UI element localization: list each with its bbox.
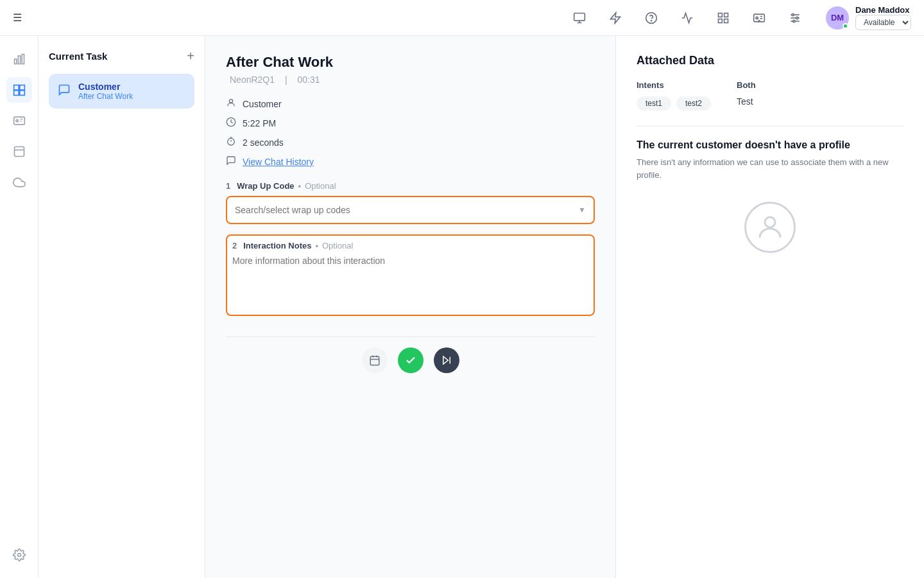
sidebar-item-window[interactable] <box>6 139 32 164</box>
no-profile-section: The current customer doesn't have a prof… <box>637 139 903 253</box>
wrap-up-input-wrapper[interactable]: ▼ <box>226 196 595 224</box>
task-item[interactable]: Customer After Chat Work <box>49 74 194 109</box>
chart-icon[interactable] <box>677 8 697 28</box>
add-task-button[interactable]: + <box>187 49 194 64</box>
svg-point-26 <box>17 554 21 557</box>
task-panel-title: Current Task <box>49 51 107 62</box>
svg-rect-7 <box>724 19 728 22</box>
svg-rect-6 <box>719 19 723 22</box>
wrap-up-section: 1 Wrap Up Code • Optional ▼ 2 Interactio… <box>226 181 595 316</box>
profile-avatar-placeholder <box>744 202 796 253</box>
sidebar-item-settings[interactable] <box>6 542 32 568</box>
clock-icon <box>226 117 236 130</box>
id-card-icon[interactable] <box>749 8 769 28</box>
svg-rect-4 <box>719 13 723 17</box>
view-chat-history-link[interactable]: View Chat History <box>243 157 314 167</box>
svg-rect-17 <box>18 56 20 64</box>
bookmark-button[interactable] <box>362 347 388 373</box>
svg-point-9 <box>756 17 758 19</box>
svg-rect-25 <box>14 147 24 157</box>
menu-icon[interactable]: ☰ <box>13 12 22 24</box>
task-panel-header: Current Task + <box>49 49 194 64</box>
svg-point-14 <box>796 17 798 19</box>
user-area: DM Dane Maddox Available Busy Away <box>826 5 911 30</box>
user-name: Dane Maddox Available Busy Away <box>855 5 911 30</box>
both-label: Both <box>737 80 756 90</box>
person-icon <box>226 98 236 110</box>
sidebar-item-tasks[interactable] <box>6 77 32 103</box>
svg-rect-21 <box>13 91 19 96</box>
task-name: Customer <box>78 82 133 92</box>
screen-icon[interactable] <box>569 8 590 28</box>
intent-tag-test1: test1 <box>637 96 671 110</box>
status-dot <box>843 23 848 29</box>
intents-col: Intents test1 test2 <box>637 80 711 110</box>
attached-row: Intents test1 test2 Both Test <box>637 80 903 110</box>
step-2-num: 2 <box>232 241 237 250</box>
confirm-button[interactable] <box>398 347 424 373</box>
right-panel: Attached Data Intents test1 test2 Both T… <box>616 36 924 578</box>
sidebar-icons <box>0 36 38 578</box>
both-value: Test <box>737 96 756 107</box>
svg-point-13 <box>792 13 794 15</box>
chat-icon <box>226 155 236 168</box>
interaction-notes-label: Interaction Notes <box>243 241 311 250</box>
status-select[interactable]: Available Busy Away <box>855 15 911 30</box>
top-nav: ☰ DM Dane Maddox Available Busy Away <box>0 0 924 36</box>
time-row: 5:22 PM <box>226 117 595 130</box>
svg-point-24 <box>16 119 18 121</box>
svg-rect-19 <box>13 85 19 91</box>
svg-rect-16 <box>14 59 16 64</box>
duration-row: 2 seconds <box>226 136 595 149</box>
intents-label: Intents <box>637 80 711 90</box>
session-id: NeonR2Q1 | 00:31 <box>226 74 595 85</box>
intents-tag-row: test1 test2 <box>637 96 711 110</box>
interaction-notes-input[interactable] <box>232 256 588 307</box>
wrap-up-label: Wrap Up Code <box>237 181 294 191</box>
task-chat-icon <box>58 83 71 100</box>
sidebar-item-cloud[interactable] <box>6 170 32 195</box>
divider <box>637 126 903 127</box>
section-title: After Chat Work <box>226 54 595 71</box>
help-icon[interactable] <box>641 8 662 28</box>
sliders-icon[interactable] <box>785 8 805 28</box>
task-panel: Current Task + Customer After Chat Work <box>38 36 205 578</box>
grid-icon[interactable] <box>713 8 733 28</box>
interaction-notes-header: 2 Interaction Notes • Optional <box>232 241 588 250</box>
bottom-actions <box>226 337 595 383</box>
task-subtitle: After Chat Work <box>78 92 133 101</box>
timer-icon <box>226 136 236 149</box>
svg-marker-1 <box>611 12 620 23</box>
interaction-notes-wrapper: 2 Interaction Notes • Optional <box>226 234 595 316</box>
main-layout: Current Task + Customer After Chat Work … <box>0 0 924 578</box>
customer-label: Customer <box>243 99 282 109</box>
svg-rect-30 <box>370 356 379 365</box>
svg-point-36 <box>765 217 775 227</box>
wrap-up-label-row: 1 Wrap Up Code • Optional <box>226 181 595 191</box>
attached-data-title: Attached Data <box>637 54 903 67</box>
dropdown-arrow-icon: ▼ <box>578 206 586 215</box>
task-info: Customer After Chat Work <box>78 82 133 101</box>
wrap-up-optional: Optional <box>305 181 336 191</box>
sidebar-item-contacts[interactable] <box>6 108 32 134</box>
wrap-up-input[interactable] <box>235 205 578 215</box>
avatar: DM <box>826 6 849 30</box>
svg-marker-34 <box>443 356 448 364</box>
svg-rect-0 <box>574 13 585 21</box>
attached-section: Intents test1 test2 Both Test <box>637 80 903 110</box>
both-col: Both Test <box>737 80 756 107</box>
intent-tag-test2: test2 <box>676 96 711 110</box>
svg-rect-22 <box>19 91 24 96</box>
step-1-num: 1 <box>226 181 230 191</box>
no-profile-title: The current customer doesn't have a prof… <box>637 139 903 151</box>
customer-row: Customer <box>226 98 595 110</box>
interaction-notes-optional: Optional <box>322 241 353 250</box>
duration-label: 2 seconds <box>243 137 284 148</box>
svg-rect-23 <box>13 117 24 125</box>
skip-button[interactable] <box>434 347 459 373</box>
no-profile-text: There isn't any information we can use t… <box>637 156 903 181</box>
svg-rect-20 <box>19 85 24 91</box>
lightning-icon[interactable] <box>605 8 626 28</box>
svg-rect-18 <box>22 55 24 64</box>
sidebar-item-analytics[interactable] <box>6 46 32 72</box>
